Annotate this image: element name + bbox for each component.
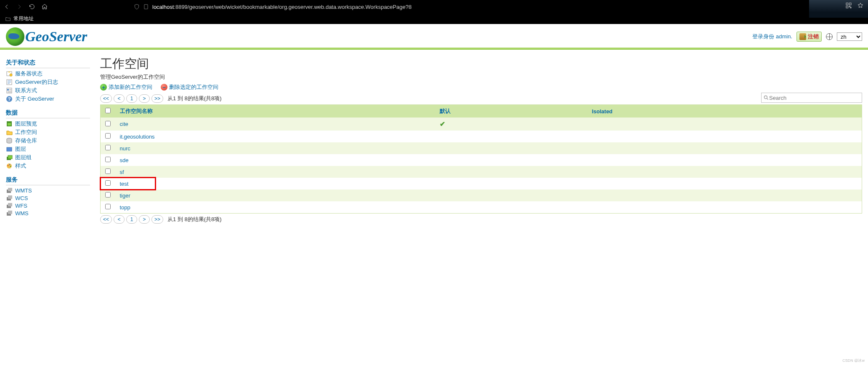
row-isolated-cell <box>588 154 862 166</box>
row-checkbox[interactable] <box>105 121 111 126</box>
wfs-icon <box>6 202 13 209</box>
pager-prev[interactable]: < <box>114 215 125 224</box>
workspace-link[interactable]: it.geosolutions <box>120 134 155 140</box>
logo[interactable]: GeoServer <box>6 27 87 46</box>
search-input[interactable] <box>769 95 860 101</box>
sidebar-item-label[interactable]: 存储仓库 <box>15 137 37 144</box>
sidebar-item[interactable]: 图层预览 <box>6 120 90 128</box>
page-title: 工作空间 <box>100 56 862 72</box>
row-isolated-cell <box>588 166 862 178</box>
pager-page[interactable]: 1 <box>126 94 137 103</box>
row-default-cell <box>435 166 588 178</box>
sidebar-item-label[interactable]: 图层 <box>15 145 26 153</box>
row-checkbox[interactable] <box>105 145 111 150</box>
col-isolated-header[interactable]: Isolated <box>588 105 862 118</box>
sidebar-item[interactable]: WCS <box>6 194 90 202</box>
table-row: test <box>101 178 862 190</box>
forward-icon[interactable] <box>16 3 23 10</box>
sidebar-item[interactable]: 工作空间 <box>6 128 90 136</box>
about-icon: ? <box>6 96 13 102</box>
sidebar-item-label[interactable]: 图层组 <box>15 154 32 161</box>
address-bar[interactable]: localhost:8899/geoserver/web/wicket/book… <box>134 4 411 10</box>
select-all-checkbox[interactable] <box>105 108 111 113</box>
sidebar-item[interactable]: 图层组 <box>6 153 90 162</box>
svg-rect-28 <box>8 203 12 206</box>
sidebar-item-label[interactable]: WFS <box>15 203 27 209</box>
sidebar-item-label[interactable]: WCS <box>15 195 28 201</box>
pager-next[interactable]: > <box>139 94 150 103</box>
reload-icon[interactable] <box>29 3 35 10</box>
pager-last[interactable]: >> <box>151 94 163 103</box>
col-default-header[interactable]: 默认 <box>435 105 588 118</box>
layer-preview-icon <box>6 120 13 127</box>
svg-rect-18 <box>8 155 12 159</box>
row-checkbox[interactable] <box>105 192 111 198</box>
sidebar-item[interactable]: ?关于 GeoServer <box>6 95 90 103</box>
sidebar-item-label[interactable]: WMTS <box>15 187 32 194</box>
sidebar-item-label[interactable]: 样式 <box>15 162 26 170</box>
pager-next[interactable]: > <box>139 215 150 224</box>
workspace-link[interactable]: test <box>120 181 129 187</box>
pager-first[interactable]: << <box>100 215 112 224</box>
row-checkbox-cell <box>101 178 116 190</box>
sidebar-item-label[interactable]: WMS <box>15 210 29 216</box>
sidebar-item-label[interactable]: 工作空间 <box>15 128 37 136</box>
sidebar-group-title: 关于和状态 <box>6 56 90 68</box>
sidebar-group-title: 数据 <box>6 107 90 118</box>
sidebar-item-label[interactable]: 联系方式 <box>15 87 37 94</box>
table-row: tiger <box>101 190 862 201</box>
row-checkbox[interactable] <box>105 168 111 174</box>
sidebar-item[interactable]: 联系方式 <box>6 86 90 95</box>
pager-first[interactable]: << <box>100 94 112 103</box>
sidebar-item[interactable]: WMTS <box>6 187 90 194</box>
sidebar-item-label[interactable]: 服务器状态 <box>15 70 42 77</box>
pager-top: << < 1 > >> 从1 到 8的结果(共8项) <box>100 94 862 103</box>
workspace-link[interactable]: sde <box>120 157 129 163</box>
sidebar-item[interactable]: 图层 <box>6 145 90 153</box>
sidebar-item[interactable]: WFS <box>6 202 90 209</box>
sidebar-item[interactable]: GeoServer的日志 <box>6 78 90 86</box>
pager-bottom: << < 1 > >> 从1 到 8的结果(共8项) <box>100 215 862 224</box>
row-checkbox[interactable] <box>105 204 111 209</box>
qr-icon[interactable] <box>845 2 852 9</box>
sidebar-item[interactable]: 样式 <box>6 162 90 170</box>
home-icon[interactable] <box>41 3 48 10</box>
logout-button[interactable]: 注销 <box>796 32 822 42</box>
svg-rect-1 <box>846 3 848 5</box>
workspace-link[interactable]: topp <box>120 204 130 211</box>
row-checkbox-cell <box>101 154 116 166</box>
language-select[interactable]: zh <box>837 32 862 41</box>
row-checkbox[interactable] <box>105 180 111 186</box>
sidebar-item-label[interactable]: 图层预览 <box>15 120 37 128</box>
row-isolated-cell <box>588 142 862 154</box>
pager-prev[interactable]: < <box>114 94 125 103</box>
row-name-cell: cite <box>116 118 435 131</box>
pager-page[interactable]: 1 <box>126 215 137 224</box>
workspace-link[interactable]: sf <box>120 169 124 175</box>
search-box[interactable] <box>761 93 862 103</box>
wmts-icon <box>6 187 13 194</box>
table-row: it.geosolutions <box>101 131 862 142</box>
row-name-cell: sde <box>116 154 435 166</box>
pager-last[interactable]: >> <box>151 215 163 224</box>
back-icon[interactable] <box>3 3 10 10</box>
workspace-link[interactable]: nurc <box>120 145 130 152</box>
page-icon <box>143 4 149 10</box>
table-row: cite✔ <box>101 118 862 131</box>
delete-workspace-link[interactable]: − 删除选定的工作空间 <box>161 83 218 91</box>
row-checkbox[interactable] <box>105 133 111 139</box>
workspace-link[interactable]: tiger <box>120 192 130 199</box>
sidebar-item-label[interactable]: 关于 GeoServer <box>15 95 54 103</box>
bookmark-item[interactable]: 常用地址 <box>13 15 34 22</box>
workspace-link[interactable]: cite <box>120 121 128 127</box>
sidebar-item[interactable]: 服务器状态 <box>6 69 90 78</box>
sidebar-item[interactable]: WMS <box>6 209 90 217</box>
svg-rect-14 <box>8 123 11 126</box>
search-icon <box>763 95 769 101</box>
sidebar-item-label[interactable]: GeoServer的日志 <box>15 78 58 86</box>
sidebar-item[interactable]: 存储仓库 <box>6 136 90 145</box>
col-name-header[interactable]: 工作空间名称 <box>116 105 435 118</box>
row-checkbox[interactable] <box>105 157 111 162</box>
add-workspace-link[interactable]: + 添加新的工作空间 <box>100 83 152 91</box>
star-icon[interactable] <box>857 2 864 9</box>
